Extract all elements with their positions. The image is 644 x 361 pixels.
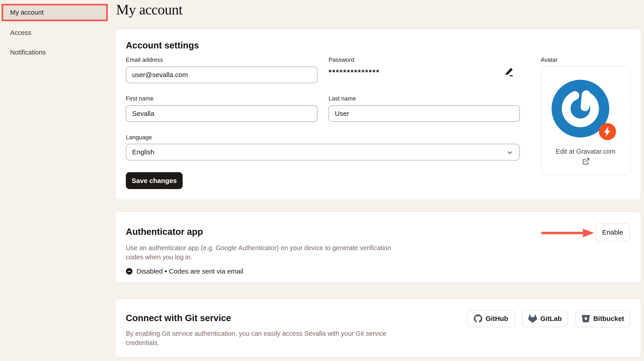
my-account-page: My account Access Notifications My accou… [0, 0, 644, 361]
avatar-card[interactable]: Edit at Gravatar.com [541, 66, 630, 175]
page-title: My account [116, 1, 182, 18]
first-name-field[interactable] [126, 105, 318, 122]
avatar-edit-link[interactable]: Edit at Gravatar.com [541, 148, 630, 155]
password-label: Password [328, 56, 354, 63]
connect-bitbucket-button[interactable]: Bitbucket [576, 310, 630, 327]
sidebar-item-label: Notifications [10, 49, 46, 56]
authenticator-title: Authenticator app [126, 227, 203, 237]
sidebar-item-notifications[interactable]: Notifications [10, 49, 46, 56]
sidebar-item-access[interactable]: Access [10, 29, 31, 36]
account-settings-card: Account settings Email address Password … [115, 29, 641, 200]
language-select[interactable]: English [126, 144, 520, 160]
first-name-label: First name [126, 95, 154, 102]
last-name-field[interactable] [328, 105, 520, 122]
avatar-label: Avatar [541, 56, 558, 63]
sidebar-item-label: Access [10, 29, 31, 36]
language-selected-value: English [132, 148, 154, 156]
connect-gitlab-button[interactable]: GitLab [522, 310, 568, 327]
pencil-icon[interactable] [504, 66, 514, 78]
sidebar-item-label: My account [10, 9, 44, 16]
authenticator-description: Use an authenticator app (e.g. Google Au… [126, 243, 391, 262]
github-icon [474, 314, 482, 323]
external-link-icon[interactable] [582, 157, 590, 166]
chevron-down-icon [506, 149, 514, 158]
authenticator-status-text: Disabled • Codes are sent via email [136, 268, 243, 275]
bitbucket-icon [582, 315, 590, 323]
minus-circle-icon [126, 268, 132, 275]
password-masked-value: ************** [328, 68, 380, 77]
git-button-label: GitLab [540, 315, 562, 323]
lightning-badge-icon [599, 123, 616, 141]
git-service-card: Connect with Git service By enabling Git… [115, 298, 641, 358]
sidebar-item-my-account[interactable]: My account [2, 4, 108, 21]
save-changes-button[interactable]: Save changes [126, 172, 183, 189]
last-name-label: Last name [328, 95, 356, 102]
gitlab-icon [528, 314, 537, 323]
email-field[interactable] [126, 66, 318, 83]
email-label: Email address [126, 56, 163, 63]
enable-authenticator-button[interactable]: Enable [595, 223, 630, 241]
git-button-label: GitHub [486, 315, 508, 323]
git-service-title: Connect with Git service [126, 313, 231, 323]
language-label: Language [126, 134, 152, 141]
git-button-label: Bitbucket [593, 315, 624, 323]
account-settings-title: Account settings [126, 40, 199, 50]
red-arrow-annotation [540, 228, 594, 239]
authenticator-status-row: Disabled • Codes are sent via email [126, 268, 243, 275]
git-service-description: By enabling Git service authentication, … [126, 329, 386, 348]
connect-github-button[interactable]: GitHub [467, 310, 515, 327]
authenticator-card: Authenticator app Use an authenticator a… [115, 211, 641, 283]
